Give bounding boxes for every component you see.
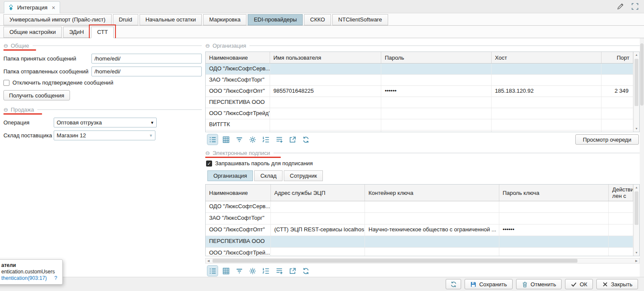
view-list-icon[interactable] [207,266,218,276]
collapse-icon[interactable]: ⊖ [3,42,8,49]
scroll-up-icon[interactable]: ▲ [634,52,639,58]
numbered-list-icon[interactable] [261,266,271,276]
warehouse-select[interactable]: Магазин 12 ▼ [54,130,155,140]
column-header[interactable]: Адрес службы ЭЦП [271,185,365,201]
horizontal-scrollbar[interactable]: ◀ ▶ [205,258,640,264]
signatures-tab-1[interactable]: Организация [207,170,253,181]
dropdown-arrow-icon[interactable]: ▼ [149,133,153,138]
numbered-list-icon[interactable] [261,134,271,145]
refresh-layout-icon[interactable] [301,266,311,276]
scrollbar-thumb[interactable] [213,259,577,263]
column-header[interactable]: Контейнер ключа [365,185,499,201]
settings-icon[interactable] [247,266,258,276]
document-tab-integration[interactable]: Интеграция × [4,1,60,13]
page-scrollbar[interactable] [640,38,644,277]
column-header[interactable]: Имя пользователя [270,52,381,63]
cancel-button[interactable]: Отменить [516,279,562,289]
scroll-down-icon[interactable]: ▼ [634,126,639,132]
table-row[interactable]: ПЕРСПЕКТИВА ООО [206,97,633,108]
dropdown-arrow-icon[interactable]: ▼ [150,121,154,125]
vertical-scrollbar[interactable]: ▲ ▼ [633,185,639,256]
get-messages-button[interactable]: Получить сообщения [3,90,70,100]
checkbox-unchecked-icon[interactable] [3,80,9,86]
table-cell: Гомельский областн... [206,130,270,132]
column-header[interactable]: Пароль ключа [499,185,609,201]
save-label: Сохранить [479,281,507,288]
table-row[interactable]: ОДО "ЛюксСофтСерв... [206,64,633,75]
table-row[interactable]: ООО "ЛюксСофтОпт"9855701648225••••••185.… [206,86,633,97]
collapse-icon[interactable]: ⊖ [3,106,8,113]
vertical-scrollbar[interactable]: ▲ ▼ [633,52,639,132]
table-row[interactable]: ООО "ЛюксСофтТрей... [206,248,633,256]
column-header[interactable]: Наименование [206,185,271,201]
scroll-left-icon[interactable]: ◀ [206,258,211,263]
column-header[interactable]: Порт [601,52,633,63]
checkbox-checked-icon[interactable]: ✓ [206,161,212,167]
add-list-icon[interactable] [274,266,284,276]
signatures-tab-3[interactable]: Сотрудник [284,170,323,181]
main-tab-1[interactable]: Универсальный импорт (Прайс-лист) [3,14,112,25]
table-cell [270,75,381,85]
maximize-icon[interactable] [631,3,639,10]
close-document-tab-icon[interactable]: × [52,4,55,11]
collapse-icon[interactable]: ⊖ [205,42,210,49]
view-table-icon[interactable] [221,266,231,276]
save-button[interactable]: Сохранить [465,279,513,289]
table-row[interactable]: ООО "ЛюксСофтОпт"(СТТ) ЭЦП REST-сервисы … [206,224,633,236]
table-row[interactable]: ЗАО "ЛюксСофтТорг" [206,213,633,224]
refresh-button[interactable] [446,279,461,289]
column-header[interactable]: Пароль [381,52,491,63]
table-cell [609,236,633,247]
table-row[interactable]: ЗАО "ЛюксСофтТорг" [206,75,633,86]
sub-tab-1[interactable]: Общие настройки [3,27,62,38]
sub-tab-2[interactable]: ЭДиН [63,27,90,38]
tooltip-link[interactable]: thentication(903:17) [1,275,47,281]
column-header[interactable]: Хост [492,52,601,63]
view-table-icon[interactable] [221,134,231,145]
table-row[interactable]: ВИТГТК [206,119,633,130]
ok-button[interactable]: ОК [565,279,593,289]
table-row[interactable]: Гомельский областн... [206,130,633,132]
export-icon[interactable] [287,266,298,276]
table-row[interactable]: ОДО "ЛюксСофтСерв... [206,201,633,213]
main-tab-4[interactable]: Маркировка [203,14,246,25]
edit-icon[interactable] [617,3,624,10]
scroll-right-icon[interactable]: ▶ [634,258,639,263]
table-cell [499,248,609,256]
view-list-icon[interactable] [207,134,218,145]
scroll-up-icon[interactable]: ▲ [634,185,639,191]
disable-confirm-checkbox-row[interactable]: Отключить подтверждение сообщений [3,79,202,86]
filter-icon[interactable] [234,266,244,276]
filter-icon[interactable] [234,134,244,145]
main-tab-7[interactable]: NTClientSoftware [332,14,388,25]
operation-select[interactable]: Оптовая отгрузка ▼ [54,118,157,127]
ask-password-checkbox-row[interactable]: ✓ Запрашивать пароль для подписания [206,160,313,167]
collapse-icon[interactable]: ⊖ [205,150,210,156]
help-link[interactable]: ? [54,275,57,281]
table-row[interactable]: ПЕРСПЕКТИВА ООО [206,236,633,248]
add-list-icon[interactable] [274,134,284,145]
sent-folder-input[interactable] [91,67,202,76]
export-icon[interactable] [287,134,298,145]
refresh-layout-icon[interactable] [301,134,311,145]
sub-tab-3[interactable]: СТТ [91,27,114,38]
close-button[interactable]: Закрыть [596,279,638,289]
received-folder-input[interactable] [91,54,202,64]
main-tab-5[interactable]: EDI-провайдеры [248,14,303,25]
column-header[interactable]: Действи лен с [609,185,633,201]
column-header[interactable]: Наименование [206,52,270,63]
main-tab-2[interactable]: Druid [113,14,138,25]
settings-icon[interactable] [247,134,258,145]
view-queue-button[interactable]: Просмотр очереди [575,134,639,145]
main-tab-6[interactable]: СККО [304,14,331,25]
table-cell [381,119,491,130]
table-cell: ОДО "ЛюксСофтСерв... [206,201,271,212]
scrollbar-thumb[interactable] [635,191,638,225]
scroll-down-icon[interactable]: ▼ [634,250,639,256]
cancel-label: Отменить [531,281,556,288]
main-tab-3[interactable]: Начальные остатки [140,14,202,25]
scrollbar-thumb[interactable] [635,59,638,106]
signatures-tab-2[interactable]: Склад [254,170,283,181]
table-row[interactable]: ООО "ЛюксСофтТрейд" [206,108,633,119]
scrollbar-thumb[interactable] [640,43,644,106]
